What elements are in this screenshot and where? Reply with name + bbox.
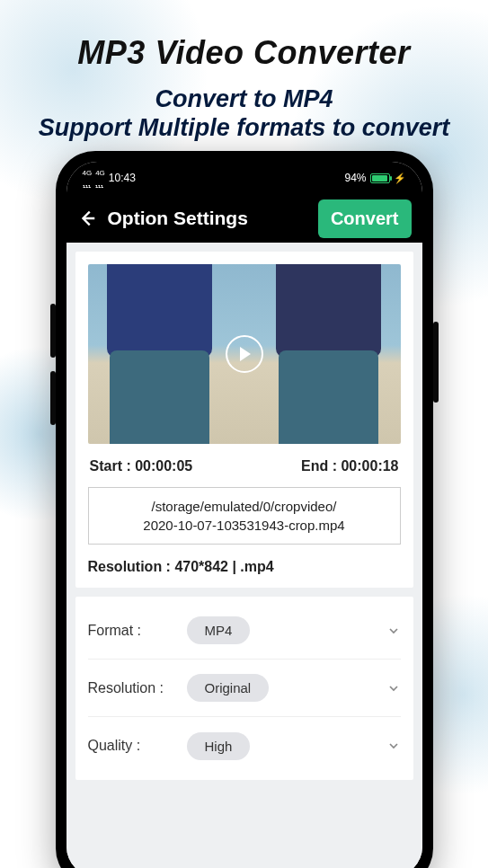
- video-info-card: Start : 00:00:05 End : 00:00:18 /storage…: [75, 252, 413, 588]
- chevron-down-icon: [386, 624, 401, 638]
- convert-button[interactable]: Convert: [318, 199, 412, 238]
- charging-icon: ⚡: [394, 173, 406, 184]
- quality-value-pill[interactable]: High: [187, 732, 251, 760]
- signal-icon: 4G₁₁₁: [83, 165, 93, 190]
- quality-row[interactable]: Quality : High: [88, 717, 401, 775]
- phone-frame: 4G₁₁₁ 4G₁₁₁ 10:43 94% ⚡ Option Settings …: [56, 151, 433, 868]
- format-value-pill[interactable]: MP4: [187, 616, 251, 644]
- resolution-label: Resolution :: [88, 680, 187, 696]
- phone-volume-up-button: [50, 304, 56, 358]
- thumbnail-figure-left: [93, 264, 225, 444]
- settings-card: Format : MP4 Resolution : Original Quali…: [75, 597, 413, 780]
- promo-title: MP3 Video Converter: [0, 0, 488, 72]
- file-path-box: /storage/emulated/0/cropvideo/ 2020-10-0…: [88, 487, 401, 545]
- signal-icon-2: 4G₁₁₁: [95, 165, 105, 190]
- file-path-line2: 2020-10-07-103531943-crop.mp4: [143, 518, 344, 533]
- promo-subtitle-line2: Support Multiple formats to convert: [39, 114, 450, 141]
- phone-screen: 4G₁₁₁ 4G₁₁₁ 10:43 94% ⚡ Option Settings …: [67, 162, 422, 868]
- quality-label: Quality :: [88, 738, 187, 754]
- time-row: Start : 00:00:05 End : 00:00:18: [88, 458, 401, 474]
- content-area: Start : 00:00:05 End : 00:00:18 /storage…: [67, 243, 422, 868]
- play-icon[interactable]: [226, 335, 263, 373]
- back-button[interactable]: [77, 208, 97, 228]
- start-time-label: Start : 00:00:05: [90, 458, 193, 474]
- resolution-info: Resolution : 470*842 | .mp4: [88, 559, 401, 575]
- phone-power-button: [433, 322, 439, 403]
- status-left: 4G₁₁₁ 4G₁₁₁ 10:43: [83, 165, 136, 190]
- status-time: 10:43: [109, 172, 136, 184]
- format-row[interactable]: Format : MP4: [88, 602, 401, 660]
- battery-icon: [370, 173, 390, 183]
- page-title: Option Settings: [108, 208, 307, 229]
- video-thumbnail[interactable]: [88, 264, 401, 444]
- format-label: Format :: [88, 623, 187, 639]
- phone-notch: [168, 162, 321, 185]
- phone-volume-down-button: [50, 371, 56, 425]
- resolution-row[interactable]: Resolution : Original: [88, 660, 401, 717]
- resolution-value-pill[interactable]: Original: [187, 674, 270, 702]
- battery-percent: 94%: [344, 172, 366, 184]
- chevron-down-icon: [386, 681, 401, 695]
- app-bar: Option Settings Convert: [67, 194, 422, 243]
- back-arrow-icon: [77, 208, 97, 228]
- status-right: 94% ⚡: [344, 172, 405, 184]
- thumbnail-figure-right: [262, 264, 394, 444]
- chevron-down-icon: [386, 739, 401, 753]
- end-time-label: End : 00:00:18: [301, 458, 398, 474]
- file-path-line1: /storage/emulated/0/cropvideo/: [152, 499, 337, 514]
- promo-subtitle: Convert to MP4 Support Multiple formats …: [0, 84, 488, 143]
- promo-subtitle-line1: Convert to MP4: [155, 85, 333, 112]
